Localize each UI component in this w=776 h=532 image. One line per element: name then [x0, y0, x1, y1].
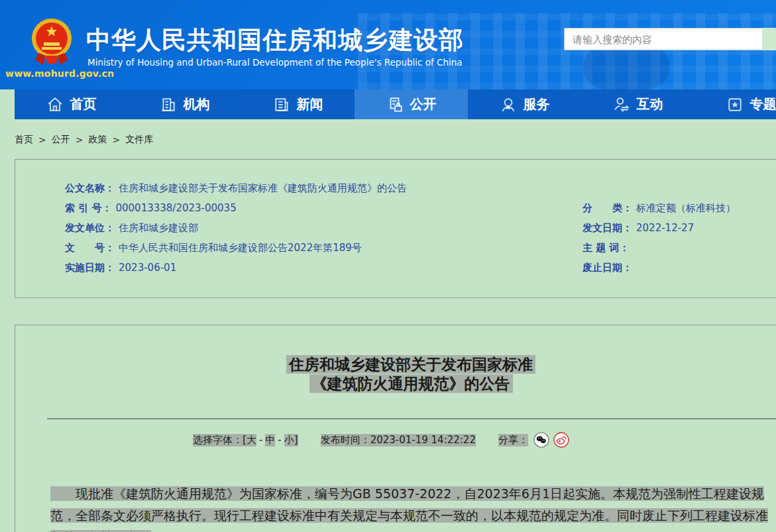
breadcrumb-policy[interactable]: 政策	[88, 134, 107, 146]
nav-item-label: 首页	[70, 95, 97, 113]
doc-subject-row: 主 题 词：	[582, 242, 633, 254]
breadcrumb-separator: >	[38, 134, 46, 145]
wechat-icon[interactable]	[533, 432, 549, 448]
font-size-separator: -	[278, 434, 281, 446]
nav-item-label: 公开	[410, 95, 437, 113]
share-label: 分享：	[498, 434, 528, 447]
article-title-line2: 《建筑防火通用规范》的公告	[15, 374, 776, 394]
doc-number-row: 文 号：中华人民共和国住房和城乡建设部公告2022年第189号	[65, 242, 362, 254]
doc-number-label: 文 号：	[65, 242, 115, 254]
breadcrumb: 首页 > 公开 > 政策 > 文件库	[15, 134, 153, 146]
article-panel: 住房和城乡建设部关于发布国家标准 《建筑防火通用规范》的公告 选择字体：[大 -…	[15, 325, 776, 532]
article-body-text: 现批准《建筑防火通用规范》为国家标准，编号为GB 55037-2022，自202…	[50, 486, 768, 532]
breadcrumb-home[interactable]: 首页	[15, 134, 33, 146]
nav-item-disclosure[interactable]: 公开	[355, 89, 468, 119]
doc-index-value: 000013338/2023-00035	[115, 202, 236, 214]
site-title-chinese: 中华人民共和国住房和城乡建设部	[86, 24, 464, 57]
nav-item-label: 专题	[750, 95, 776, 113]
search-button[interactable]	[762, 28, 776, 50]
doc-effective-date-row: 实施日期：2023-06-01	[65, 262, 176, 274]
article-title-text: 住房和城乡建设部关于发布国家标准	[286, 355, 535, 374]
main-navigation: 首页 机构 新闻 公开 服务 互动	[15, 89, 776, 119]
site-title-english: Ministry of Housing and Urban-Rural Deve…	[87, 57, 463, 68]
doc-issuer-value: 住房和城乡建设部	[119, 222, 198, 234]
doc-category-row: 分 类：标准定额（标准科技）	[582, 202, 736, 215]
doc-index-label: 索 引 号：	[65, 202, 111, 214]
article-meta-row: 选择字体：[大 - 中 - 小] 发布时间：2023-01-19 14:22:2…	[15, 431, 747, 449]
nav-item-organization[interactable]: 机构	[128, 89, 241, 119]
doc-subject-label: 主 题 词：	[582, 242, 629, 254]
doc-index-row: 索 引 号：000013338/2023-00035	[65, 202, 237, 215]
doc-name-label: 公文名称：	[65, 182, 115, 194]
breadcrumb-separator: >	[76, 134, 83, 145]
newspaper-icon	[273, 96, 290, 113]
font-size-small[interactable]: 小]	[284, 434, 298, 447]
nav-item-home[interactable]: 首页	[15, 89, 128, 119]
document-lock-icon	[386, 96, 404, 113]
page: { "header": { "url": "www.mohurd.gov.cn"…	[0, 0, 776, 532]
nav-item-label: 互动	[637, 95, 663, 113]
site-header: www.mohurd.gov.cn 中华人民共和国住房和城乡建设部 Minist…	[0, 0, 776, 89]
national-emblem-logo	[30, 15, 74, 68]
doc-name-value: 住房和城乡建设部关于发布国家标准《建筑防火通用规范》的公告	[119, 182, 407, 194]
nav-item-interaction[interactable]: 互动	[581, 89, 694, 119]
font-size-selector[interactable]: 选择字体：[大	[193, 434, 256, 447]
document-info-panel: 公文名称：住房和城乡建设部关于发布国家标准《建筑防火通用规范》的公告 索 引 号…	[15, 159, 776, 298]
share-icons	[533, 432, 569, 448]
home-icon	[46, 96, 64, 113]
weibo-icon[interactable]	[553, 432, 569, 448]
nav-item-label: 服务	[524, 95, 550, 113]
doc-issuer-label: 发文单位：	[65, 222, 115, 234]
nav-item-services[interactable]: 服务	[468, 89, 581, 119]
font-size-separator: -	[259, 434, 262, 446]
doc-issuer-row: 发文单位：住房和城乡建设部	[65, 222, 198, 235]
article-title-text: 《建筑防火通用规范》的公告	[309, 374, 513, 393]
doc-issue-date-label: 发文日期：	[582, 222, 632, 234]
breadcrumb-disclosure[interactable]: 公开	[52, 134, 70, 146]
doc-issue-date-value: 2022-12-27	[636, 222, 694, 234]
doc-number-value: 中华人民共和国住房和城乡建设部公告2022年第189号	[119, 242, 362, 254]
publish-time-value: 2023-01-19 14:22:22	[370, 434, 476, 446]
breadcrumb-current-library: 文件库	[125, 134, 153, 146]
doc-effective-date-value: 2023-06-01	[119, 262, 176, 274]
title-divider	[47, 418, 776, 419]
doc-effective-date-label: 实施日期：	[65, 262, 115, 274]
article-title-line1: 住房和城乡建设部关于发布国家标准	[15, 355, 776, 374]
doc-repeal-date-row: 废止日期：	[582, 262, 636, 274]
doc-category-label: 分 类：	[582, 202, 632, 214]
star-badge-icon	[726, 96, 744, 113]
doc-issue-date-row: 发文日期：2022-12-27	[582, 222, 694, 235]
breadcrumb-separator: >	[112, 134, 120, 145]
nav-item-topics[interactable]: 专题	[694, 89, 776, 119]
doc-repeal-date-label: 废止日期：	[582, 262, 632, 274]
search-input[interactable]	[564, 28, 769, 50]
article-body: 现批准《建筑防火通用规范》为国家标准，编号为GB 55037-2022，自202…	[50, 483, 776, 532]
publish-time: 发布时间：2023-01-19 14:22:22	[321, 434, 476, 447]
person-arrows-icon	[613, 96, 630, 113]
building-icon	[160, 96, 177, 113]
doc-category-value: 标准定额（标准科技）	[636, 202, 736, 214]
doc-name-row: 公文名称：住房和城乡建设部关于发布国家标准《建筑防火通用规范》的公告	[65, 182, 407, 195]
nav-item-news[interactable]: 新闻	[241, 89, 355, 119]
person-service-icon	[500, 96, 517, 113]
publish-time-label: 发布时间：	[321, 434, 370, 446]
font-size-medium[interactable]: 中	[265, 434, 275, 447]
nav-item-label: 新闻	[297, 95, 323, 113]
site-url: www.mohurd.gov.cn	[5, 68, 105, 79]
nav-item-label: 机构	[184, 95, 210, 113]
